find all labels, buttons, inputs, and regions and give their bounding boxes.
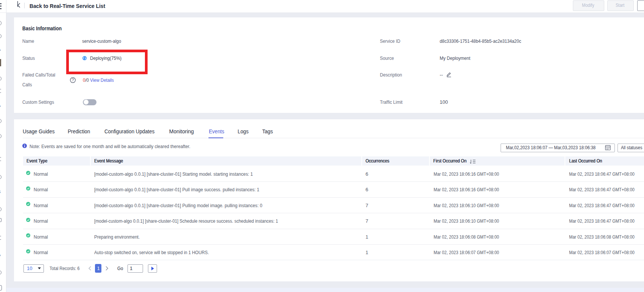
svg-text:?: ? <box>72 78 74 82</box>
